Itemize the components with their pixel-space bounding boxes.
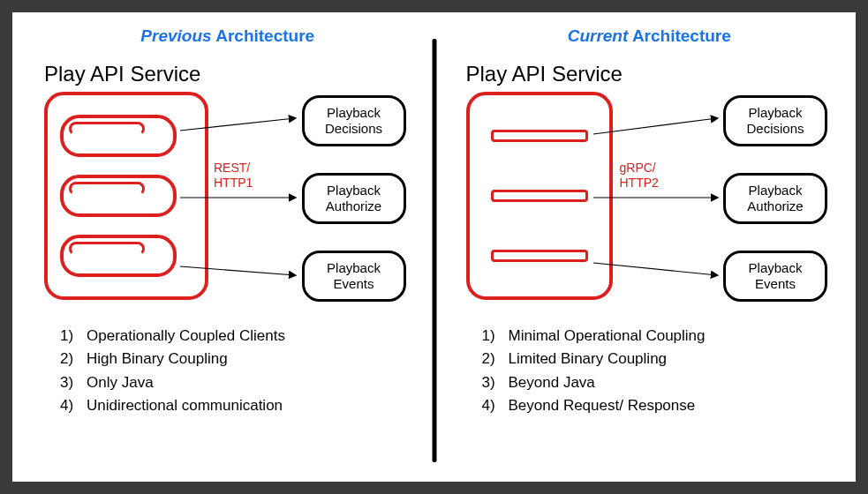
api-container-right	[466, 92, 613, 300]
bullet-num: 4)	[60, 394, 87, 417]
bullet-text: High Binary Coupling	[87, 348, 228, 370]
client-block-2	[60, 175, 177, 217]
bullet-num: 1)	[482, 325, 509, 348]
bullet-num: 4)	[482, 394, 509, 417]
bullet-num: 3)	[60, 371, 87, 394]
bullets-right: 1)Minimal Operational Coupling 2)Limited…	[461, 325, 839, 417]
panel-previous: Previous Architecture Play API Service R…	[12, 12, 434, 482]
bullet-text: Unidirectional communication	[87, 394, 283, 417]
title-rest: Architecture	[628, 26, 731, 45]
title-previous: Previous Architecture	[39, 26, 417, 46]
title-rest: Architecture	[212, 26, 315, 45]
slide: Previous Architecture Play API Service R…	[12, 12, 856, 482]
bullets-left: 1)Operationally Coupled Clients 2)High B…	[39, 325, 417, 417]
diagram-left: REST/HTTP1 PlaybackDecisions PlaybackAut…	[39, 92, 417, 312]
bullet-num: 2)	[482, 348, 509, 370]
service-playback-events-right: PlaybackEvents	[723, 251, 827, 302]
bullet-num: 1)	[60, 325, 87, 348]
protocol-label-left: REST/HTTP1	[214, 161, 253, 191]
client-block-3	[60, 235, 177, 277]
service-playback-decisions-right: PlaybackDecisions	[723, 95, 827, 146]
service-title-left: Play API Service	[44, 62, 417, 86]
panel-current: Current Architecture Play API Service gR…	[434, 12, 857, 482]
service-playback-events-left: PlaybackEvents	[302, 251, 406, 302]
client-block-1	[60, 115, 177, 157]
bullet-text: Limited Binary Coupling	[509, 348, 668, 370]
bullet-text: Beyond Request/ Response	[509, 394, 696, 417]
arrows-right	[593, 92, 735, 303]
api-container-left	[44, 92, 208, 300]
title-emph: Previous	[140, 26, 211, 45]
bullet-text: Operationally Coupled Clients	[87, 325, 285, 348]
protocol-label-right: gRPC/HTTP2	[620, 161, 659, 191]
bullet-text: Minimal Operational Coupling	[509, 325, 706, 348]
service-playback-authorize-left: PlaybackAuthorize	[302, 173, 406, 224]
service-playback-authorize-right: PlaybackAuthorize	[723, 173, 827, 224]
stub-block-2	[491, 190, 588, 202]
service-playback-decisions-left: PlaybackDecisions	[302, 95, 406, 146]
stub-block-3	[491, 250, 588, 262]
bullet-num: 3)	[482, 371, 509, 394]
diagram-right: gRPC/HTTP2 PlaybackDecisions PlaybackAut…	[461, 92, 839, 312]
title-current: Current Architecture	[461, 26, 839, 46]
service-title-right: Play API Service	[466, 62, 839, 86]
bullet-num: 2)	[60, 348, 87, 370]
bullet-text: Only Java	[87, 371, 154, 394]
bullet-text: Beyond Java	[509, 371, 595, 394]
title-emph: Current	[568, 26, 629, 45]
stub-block-1	[491, 130, 588, 142]
